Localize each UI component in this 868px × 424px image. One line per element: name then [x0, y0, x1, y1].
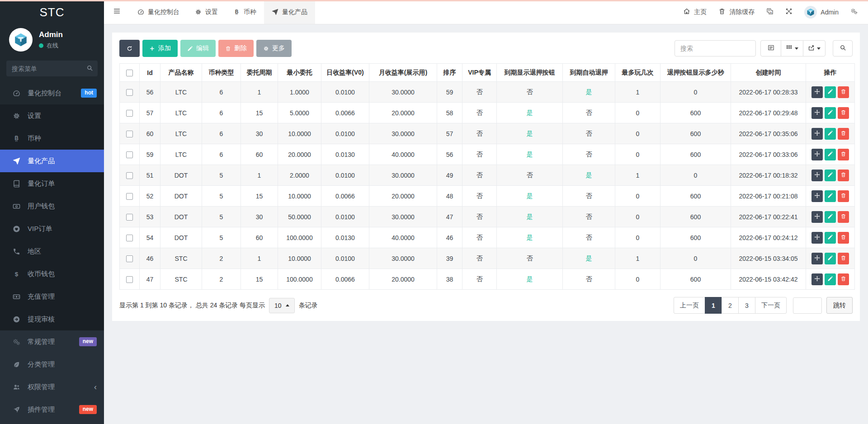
sidebar-item-label: 量化订单 [28, 179, 55, 188]
sidebar-item-量化产品[interactable]: 量化产品 [0, 150, 104, 172]
cell-period: 30 [241, 123, 278, 144]
move-row-button[interactable] [811, 232, 823, 244]
columns-button[interactable] [781, 40, 803, 57]
delete-row-button[interactable] [838, 211, 849, 223]
money-icon [12, 293, 21, 301]
navbar-item-fullscreen[interactable] [779, 0, 798, 24]
move-row-button[interactable] [811, 170, 823, 181]
sidebar-search-input[interactable] [6, 61, 98, 76]
search-submit-button[interactable] [833, 40, 853, 57]
sidebar-item-提现审核[interactable]: 提现审核 [0, 308, 104, 330]
move-row-button[interactable] [811, 253, 823, 264]
navbar-item-gears[interactable] [844, 0, 863, 24]
row-checkbox[interactable] [126, 89, 133, 96]
export-button[interactable] [803, 40, 826, 57]
more-button[interactable]: 更多 [256, 40, 292, 57]
delete-row-button[interactable] [838, 107, 849, 119]
jump-button[interactable]: 跳转 [826, 297, 853, 314]
move-row-button[interactable] [811, 86, 823, 98]
edit-row-button[interactable] [825, 86, 836, 98]
navbar-item-Admin[interactable]: Admin [798, 0, 844, 24]
cube-logo-icon [13, 32, 28, 47]
edit-row-button[interactable] [825, 149, 836, 160]
row-checkbox[interactable] [126, 214, 133, 221]
navbar-item-主页[interactable]: 主页 [677, 0, 712, 24]
sidebar-item-权限管理[interactable]: 权限管理‹ [0, 376, 104, 398]
tab-设置[interactable]: 设置 [187, 0, 226, 24]
edit-row-button[interactable] [825, 253, 836, 264]
edit-row-button[interactable] [825, 107, 836, 119]
row-checkbox[interactable] [126, 255, 133, 262]
move-row-button[interactable] [811, 211, 823, 223]
cell-min_entrust: 10.0000 [278, 123, 321, 144]
row-checkbox[interactable] [126, 151, 133, 158]
delete-row-button[interactable] [838, 273, 849, 285]
edit-row-button[interactable] [825, 273, 836, 285]
toolbar: 添加 编辑 删除 更多 [119, 40, 853, 57]
move-row-button[interactable] [811, 190, 823, 202]
edit-row-button[interactable] [825, 128, 836, 140]
delete-row-button[interactable] [838, 232, 849, 244]
tab-量化产品[interactable]: 量化产品 [264, 0, 315, 24]
sidebar-item-量化订单[interactable]: 量化订单 [0, 172, 104, 195]
gears-icon [12, 338, 21, 346]
select-all-checkbox[interactable] [126, 70, 133, 76]
refresh-button[interactable] [119, 40, 140, 57]
edit-row-button[interactable] [825, 211, 836, 223]
paper-plane-icon [12, 157, 21, 165]
page-size-select[interactable]: 10 [269, 298, 295, 313]
jump-page-input[interactable] [793, 297, 822, 314]
row-checkbox[interactable] [126, 172, 133, 179]
tab-币种[interactable]: B币种 [226, 0, 264, 24]
delete-row-button[interactable] [838, 190, 849, 202]
row-checkbox[interactable] [126, 276, 133, 283]
delete-row-button[interactable] [838, 128, 849, 140]
edit-row-button[interactable] [825, 232, 836, 244]
row-checkbox[interactable] [126, 110, 133, 117]
delete-row-button[interactable] [838, 86, 849, 98]
sidebar-item-收币钱包[interactable]: $收币钱包 [0, 263, 104, 285]
sidebar-item-VIP订单[interactable]: VIP订单 [0, 217, 104, 240]
sidebar-item-插件管理[interactable]: 插件管理new [0, 398, 104, 421]
row-checkbox[interactable] [126, 131, 133, 137]
table-search-input[interactable] [675, 40, 756, 57]
page-button-2[interactable]: 2 [722, 297, 739, 314]
move-row-button[interactable] [811, 149, 823, 160]
cell-period: 1 [241, 248, 278, 269]
sidebar-item-设置[interactable]: 设置 [0, 104, 104, 127]
sidebar-item-地区[interactable]: 地区 [0, 240, 104, 263]
navbar-item-清除缓存[interactable]: 清除缓存 [712, 0, 760, 24]
sidebar-item-充值管理[interactable]: 充值管理 [0, 285, 104, 308]
delete-row-button[interactable] [838, 149, 849, 160]
sidebar-item-量化控制台[interactable]: 量化控制台hot [0, 82, 104, 104]
sidebar-item-常规管理[interactable]: 常规管理new [0, 330, 104, 353]
next-page-button[interactable]: 下一页 [755, 297, 787, 314]
edit-row-button[interactable] [825, 170, 836, 181]
edit-button[interactable]: 编辑 [180, 40, 216, 57]
add-button[interactable]: 添加 [142, 40, 178, 57]
edit-row-button[interactable] [825, 190, 836, 202]
delete-row-button[interactable] [838, 170, 849, 181]
page-button-1[interactable]: 1 [705, 297, 722, 314]
sidebar-item-label: 权限管理 [28, 383, 55, 391]
sidebar-item-分类管理[interactable]: 分类管理 [0, 353, 104, 376]
cell-id: 53 [140, 207, 160, 227]
prev-page-button[interactable]: 上一页 [674, 297, 705, 314]
move-row-button[interactable] [811, 107, 823, 119]
cell-min_entrust: 20.0000 [278, 144, 321, 165]
delete-row-button[interactable] [838, 253, 849, 264]
page-button-3[interactable]: 3 [738, 297, 755, 314]
detail-view-button[interactable] [760, 40, 781, 57]
sidebar-item-label: 插件管理 [28, 405, 55, 414]
sidebar-item-币种[interactable]: B币种 [0, 127, 104, 150]
sidebar-toggle-button[interactable] [104, 0, 130, 24]
cell-refund_btn_seconds: 0 [660, 82, 731, 103]
row-checkbox[interactable] [126, 193, 133, 200]
move-row-button[interactable] [811, 128, 823, 140]
navbar-item-translate[interactable]: A [760, 0, 779, 24]
sidebar-item-用户钱包[interactable]: 用户钱包 [0, 195, 104, 217]
move-row-button[interactable] [811, 273, 823, 285]
row-checkbox[interactable] [126, 235, 133, 241]
tab-量化控制台[interactable]: 量化控制台 [130, 0, 187, 24]
delete-button[interactable]: 删除 [218, 40, 254, 57]
